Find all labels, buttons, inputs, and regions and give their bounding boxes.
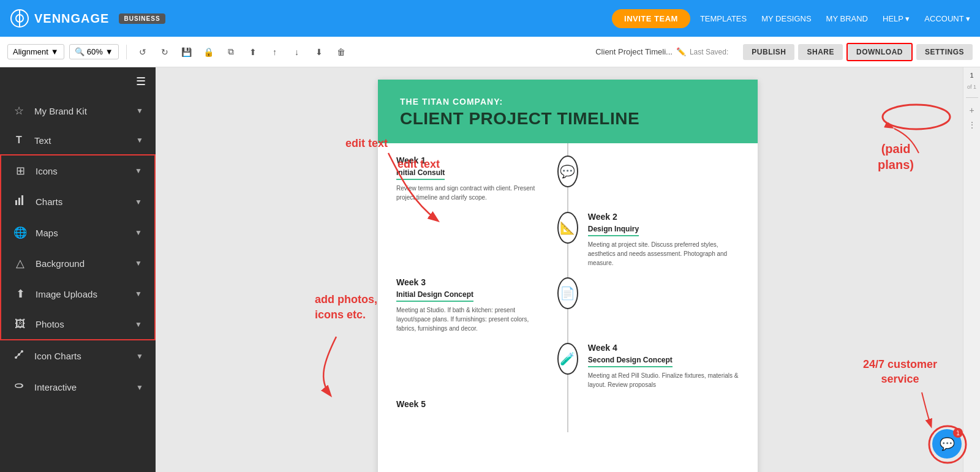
- svg-text:add photos,: add photos,: [315, 293, 377, 305]
- canvas-page[interactable]: THE TITAN COMPANY: CLIENT PROJECT TIMELI…: [378, 80, 758, 472]
- move-down-small-button[interactable]: ↓: [288, 43, 306, 61]
- sidebar-item-interactive[interactable]: Interactive ▼: [0, 372, 156, 403]
- week-1-icon: 💬: [557, 155, 578, 187]
- week-2-title: Week 2: [588, 212, 739, 222]
- week-4-title: Week 4: [588, 343, 739, 353]
- paid-plans-annotation: (paidplans): [878, 141, 914, 173]
- logo: VENNGAGE: [10, 9, 109, 28]
- week-5-row: Week 5: [396, 399, 739, 410]
- templates-link[interactable]: TEMPLATES: [700, 14, 747, 23]
- week-3-icon: 📄: [557, 277, 578, 309]
- doc-title-area: Client Project Timeli... ✏️ Last Saved:: [595, 47, 728, 56]
- maps-icon: 🌐: [13, 226, 27, 239]
- customer-service-arrow: [885, 386, 946, 435]
- week-3-content: Week 3 Initial Design Concept Meeting at…: [396, 277, 557, 333]
- svg-line-10: [19, 351, 22, 354]
- download-circle-annotation: [880, 102, 953, 132]
- logo-text: VENNGAGE: [34, 12, 109, 26]
- week-4-circle-area: 🧪: [557, 343, 578, 375]
- zoom-dropdown[interactable]: 🔍 60% ▼: [69, 44, 119, 59]
- week-4-row: 🧪 Week 4 Second Design Concept Meeting a…: [396, 343, 739, 389]
- lock-button[interactable]: 🔒: [200, 43, 217, 61]
- sidebar-item-my-brand-kit[interactable]: ☆ My Brand Kit ▼: [0, 96, 156, 126]
- week-2-content: Week 2 Design Inquiry Meeting at project…: [578, 212, 739, 268]
- chat-badge: 1: [953, 428, 963, 438]
- week-1-row: Week 1 Initial Consult Review terms and …: [396, 155, 739, 202]
- alignment-dropdown[interactable]: Alignment ▼: [7, 44, 64, 59]
- week-4-content: Week 4 Second Design Concept Meeting at …: [578, 343, 739, 389]
- chevron-down-icon-7: ▼: [135, 320, 142, 329]
- background-icon: △: [13, 257, 27, 270]
- week-5-title: Week 5: [396, 399, 548, 409]
- editor-toolbar: Alignment ▼ 🔍 60% ▼ ↺ ↻ 💾 🔒 ⧉ ⬆ ↑ ↓ ⬇ 🗑 …: [0, 37, 980, 67]
- timeline-body: Week 1 Initial Consult Review terms and …: [378, 143, 758, 432]
- sidebar-item-background[interactable]: △ Background ▼: [1, 248, 154, 279]
- move-up-small-button[interactable]: ↑: [266, 43, 284, 61]
- svg-rect-5: [21, 195, 23, 205]
- publish-button[interactable]: PUBLISH: [743, 44, 794, 60]
- copy-button[interactable]: ⧉: [222, 43, 239, 61]
- sidebar-item-image-uploads[interactable]: ⬆ Image Uploads ▼: [1, 279, 154, 309]
- sidebar-item-icon-charts[interactable]: Icon Charts ▼: [0, 340, 156, 372]
- business-badge: BUSINESS: [119, 13, 165, 24]
- svg-line-9: [16, 354, 19, 358]
- sidebar-item-maps[interactable]: 🌐 Maps ▼: [1, 217, 154, 248]
- share-button[interactable]: SHARE: [798, 44, 843, 60]
- star-icon: ☆: [12, 104, 26, 118]
- sidebar-item-text[interactable]: T Text ▼: [0, 126, 156, 154]
- redo-button[interactable]: ↻: [156, 43, 173, 61]
- chevron-down-icon-1: ▼: [136, 136, 143, 144]
- panel-separator: [966, 97, 978, 98]
- panel-menu-button[interactable]: ⋮: [968, 120, 976, 130]
- week-1-desc: Review terms and sign contract with clie…: [396, 184, 548, 202]
- interactive-icon: [12, 380, 26, 394]
- help-link[interactable]: HELP ▾: [883, 14, 910, 23]
- week-3-subtitle: Initial Design Concept: [396, 290, 473, 302]
- sidebar-item-charts[interactable]: Charts ▼: [1, 186, 154, 217]
- week-3-desc: Meeting at Studio. If bath & kitchen: pr…: [396, 305, 548, 333]
- nav-links: TEMPLATES MY DESIGNS MY BRAND HELP ▾ ACC…: [700, 14, 970, 23]
- text-icon: T: [12, 135, 26, 146]
- move-down-button[interactable]: ⬇: [311, 43, 328, 61]
- my-designs-link[interactable]: MY DESIGNS: [761, 14, 811, 23]
- toolbar-right-actions: PUBLISH SHARE DOWNLOAD SETTINGS: [743, 43, 973, 61]
- week-2-icon: 📐: [557, 212, 578, 244]
- page-total: of 1: [967, 84, 976, 90]
- account-link[interactable]: ACCOUNT ▾: [924, 14, 970, 23]
- week-2-row: 📐 Week 2 Design Inquiry Meeting at proje…: [396, 212, 739, 268]
- save-button[interactable]: 💾: [178, 43, 195, 61]
- page-current: 1: [970, 72, 974, 79]
- svg-rect-3: [15, 200, 17, 205]
- venngage-logo-icon: [10, 9, 29, 28]
- icons-icon: ⊞: [13, 164, 27, 178]
- week-3-circle-area: 📄: [557, 277, 578, 309]
- paid-plans-arrow: [882, 122, 931, 159]
- photos-icon: 🖼: [13, 318, 27, 331]
- add-page-button[interactable]: +: [969, 105, 974, 115]
- download-button[interactable]: DOWNLOAD: [846, 43, 913, 61]
- settings-button[interactable]: SETTINGS: [916, 44, 973, 60]
- chevron-down-icon-0: ▼: [136, 107, 143, 115]
- week-4-desc: Meeting at Red Pill Studio. Finalize fix…: [588, 371, 739, 389]
- sidebar-item-photos[interactable]: 🖼 Photos ▼: [1, 309, 154, 339]
- sidebar-item-icons[interactable]: ⊞ Icons ▼: [1, 155, 154, 186]
- delete-button[interactable]: 🗑: [333, 43, 350, 61]
- week-2-circle-area: 📐: [557, 212, 578, 244]
- undo-button[interactable]: ↺: [134, 43, 151, 61]
- top-navigation: VENNGAGE BUSINESS INVITE TEAM TEMPLATES …: [0, 0, 980, 37]
- my-brand-link[interactable]: MY BRAND: [826, 14, 868, 23]
- chevron-down-icon-9: ▼: [136, 383, 143, 392]
- invite-team-button[interactable]: INVITE TEAM: [612, 9, 690, 28]
- svg-rect-4: [18, 198, 20, 205]
- edit-title-icon[interactable]: ✏️: [676, 47, 686, 56]
- hamburger-menu[interactable]: ☰: [0, 67, 156, 96]
- chevron-down-icon-3: ▼: [135, 198, 142, 206]
- move-up-button[interactable]: ⬆: [244, 43, 262, 61]
- customer-service-annotation: 24/7 customerservice: [863, 358, 937, 386]
- infographic-subtitle: THE TITAN COMPANY:: [400, 97, 736, 107]
- week-1-circle-area: 💬: [557, 155, 578, 187]
- chat-bubble-button[interactable]: 💬 1: [932, 429, 962, 459]
- week-2-desc: Meeting at project site. Discuss preferr…: [588, 240, 739, 268]
- chevron-down-icon-5: ▼: [135, 259, 142, 268]
- canvas-area[interactable]: edit text edit text add photos, icons et…: [156, 67, 980, 472]
